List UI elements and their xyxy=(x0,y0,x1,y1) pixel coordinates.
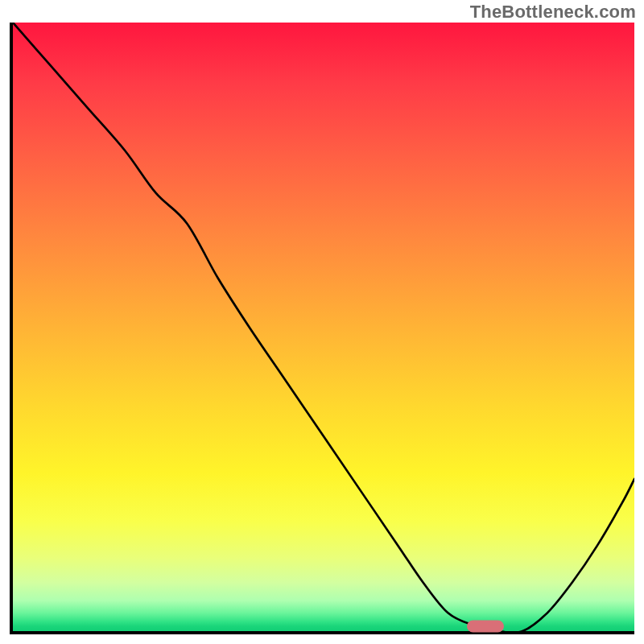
chart-frame: TheBottleneck.com xyxy=(0,0,644,644)
gradient-background xyxy=(13,23,634,631)
plot-area xyxy=(10,23,634,634)
optimal-marker xyxy=(467,620,504,632)
watermark-text: TheBottleneck.com xyxy=(470,2,636,23)
